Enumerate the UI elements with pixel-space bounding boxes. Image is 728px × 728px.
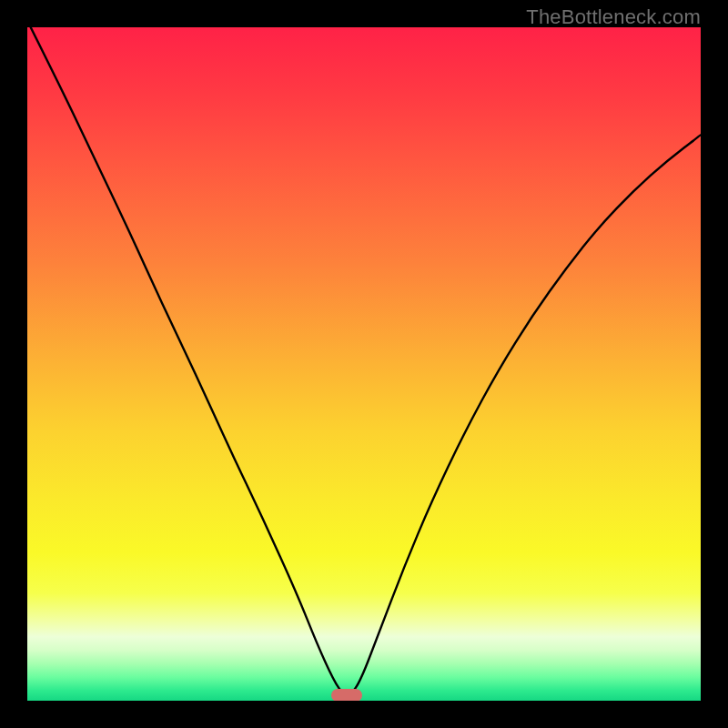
background-gradient <box>27 27 701 701</box>
chart-frame: TheBottleneck.com <box>0 0 728 728</box>
plot-area <box>27 27 701 701</box>
optimal-marker <box>331 689 362 701</box>
watermark-text: TheBottleneck.com <box>526 5 701 29</box>
svg-rect-0 <box>27 27 701 701</box>
